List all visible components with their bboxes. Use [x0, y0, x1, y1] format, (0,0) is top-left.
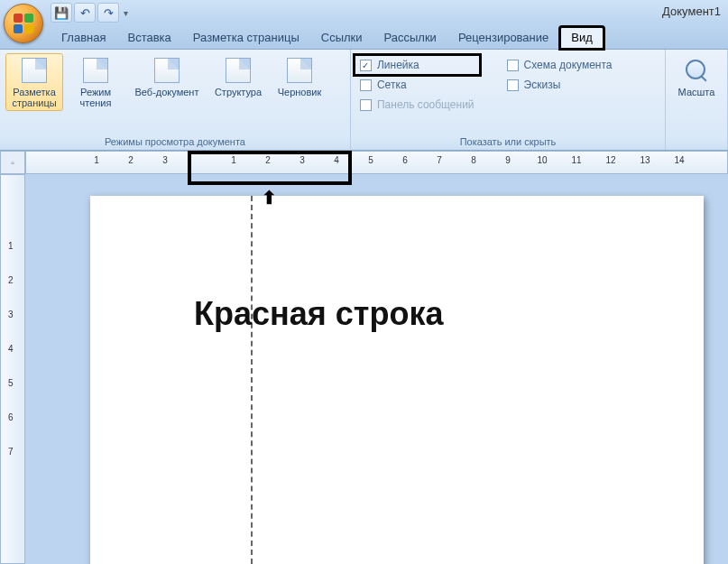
checkbox-icon: [360, 79, 372, 91]
ruler-tick-label: 4: [8, 344, 14, 354]
outline-label: Структура: [215, 87, 262, 97]
office-button[interactable]: [4, 4, 43, 43]
tab-insert[interactable]: Вставка: [116, 27, 181, 49]
page[interactable]: Красная строка: [90, 196, 704, 564]
ruler-tick-label: 9: [505, 155, 511, 165]
ruler-tick-label: 5: [8, 378, 14, 388]
ruler-tick-label: 12: [605, 155, 615, 165]
doc-map-label: Схема документа: [524, 59, 613, 71]
thumbnails-label: Эскизы: [524, 79, 561, 91]
outline-icon: [224, 56, 253, 85]
tab-review[interactable]: Рецензирование: [447, 27, 559, 49]
web-icon: [152, 56, 181, 85]
document-heading[interactable]: Красная строка: [194, 295, 443, 333]
ruler-tick-label: 11: [571, 155, 581, 165]
reading-icon: [81, 56, 110, 85]
reading-label: Режим чтения: [68, 87, 124, 108]
workspace: ▫ 1231234567891011121314 1234567 Красная…: [0, 151, 728, 564]
ruler-tick-label: 3: [299, 155, 305, 165]
group-zoom-label: [666, 134, 727, 150]
ruler-tick-label: 1: [231, 155, 236, 165]
save-button[interactable]: 💾: [51, 3, 72, 23]
ruler-label: Линейка: [377, 59, 419, 71]
checkbox-icon: [507, 60, 519, 71]
ruler-tick-label: 5: [368, 155, 373, 165]
group-document-views: Разметка страницы Режим чтения Веб-докум…: [0, 50, 351, 150]
ruler-tick-label: 1: [8, 241, 14, 251]
tab-home[interactable]: Главная: [51, 27, 116, 49]
ruler-tick-label: 4: [334, 155, 339, 165]
doc-map-checkbox[interactable]: Схема документа: [503, 57, 616, 73]
checkbox-checked-icon: ✓: [360, 60, 372, 71]
ruler-tick-label: 2: [265, 155, 271, 165]
ribbon: Разметка страницы Режим чтения Веб-докум…: [0, 50, 728, 151]
tab-mailings[interactable]: Рассылки: [373, 27, 447, 49]
ruler-tick-label: 2: [128, 155, 134, 165]
zoom-label: Масшта: [678, 87, 715, 97]
group-views-label: Режимы просмотра документа: [0, 134, 350, 150]
web-label: Веб-документ: [135, 87, 199, 97]
ruler-tick-label: 1: [94, 155, 99, 165]
ruler-tick-label: 10: [537, 155, 547, 165]
outline-button[interactable]: Структура: [209, 53, 267, 100]
ribbon-tabs: Главная Вставка Разметка страницы Ссылки…: [0, 25, 728, 50]
zoom-button[interactable]: Масшта: [671, 53, 722, 100]
tab-page-layout[interactable]: Разметка страницы: [182, 27, 310, 49]
tab-view[interactable]: Вид: [559, 26, 604, 50]
vertical-ruler[interactable]: 1234567: [0, 174, 25, 564]
reading-layout-button[interactable]: Режим чтения: [67, 53, 124, 111]
quick-access-toolbar: 💾 ↶ ↷ ▾: [51, 3, 130, 23]
redo-button[interactable]: ↷: [97, 3, 119, 23]
message-bar-checkbox: Панель сообщений: [356, 97, 478, 113]
print-layout-button[interactable]: Разметка страницы: [5, 53, 63, 111]
ruler-checkbox[interactable]: ✓ Линейка: [356, 57, 478, 73]
group-show-hide-label: Показать или скрыть: [351, 134, 665, 150]
print-layout-icon: [20, 56, 49, 85]
document-title: Документ1: [662, 5, 721, 18]
ruler-tick-label: 3: [162, 155, 168, 165]
ruler-tick-label: 6: [402, 155, 408, 165]
gridlines-label: Сетка: [377, 79, 407, 91]
draft-label: Черновик: [278, 87, 322, 97]
zoom-icon: [682, 56, 711, 85]
ruler-tick-label: 13: [640, 155, 650, 165]
web-layout-button[interactable]: Веб-документ: [128, 53, 206, 100]
ruler-tick-label: 6: [8, 412, 14, 422]
annotation-arrow-icon: ⬆: [262, 187, 277, 208]
print-layout-label: Разметка страницы: [6, 87, 62, 108]
tab-references[interactable]: Ссылки: [310, 27, 373, 49]
ruler-corner: ▫: [0, 151, 25, 174]
message-bar-label: Панель сообщений: [377, 98, 475, 111]
horizontal-ruler[interactable]: 1231234567891011121314: [25, 151, 728, 174]
checkbox-icon: [507, 79, 519, 91]
ruler-tick-label: 8: [471, 155, 476, 165]
checkbox-icon: [360, 99, 372, 111]
title-bar: 💾 ↶ ↷ ▾ Документ1: [0, 0, 728, 25]
first-line-indent-guide: [251, 196, 253, 564]
draft-button[interactable]: Черновик: [271, 53, 328, 100]
ruler-tick-label: 7: [8, 447, 14, 457]
office-logo-icon: [14, 14, 33, 33]
qat-dropdown[interactable]: ▾: [121, 8, 130, 18]
thumbnails-checkbox[interactable]: Эскизы: [503, 77, 616, 93]
ruler-tick-label: 3: [8, 310, 14, 319]
draft-icon: [285, 56, 314, 85]
group-zoom: Масшта: [666, 50, 728, 150]
ruler-tick-label: 7: [437, 155, 442, 165]
ruler-tick-label: 2: [8, 275, 14, 285]
gridlines-checkbox[interactable]: Сетка: [356, 77, 478, 93]
ruler-tick-label: 14: [674, 155, 684, 165]
group-show-hide: ✓ Линейка Сетка Панель сообщений Схема д…: [351, 50, 666, 150]
undo-button[interactable]: ↶: [74, 3, 96, 23]
